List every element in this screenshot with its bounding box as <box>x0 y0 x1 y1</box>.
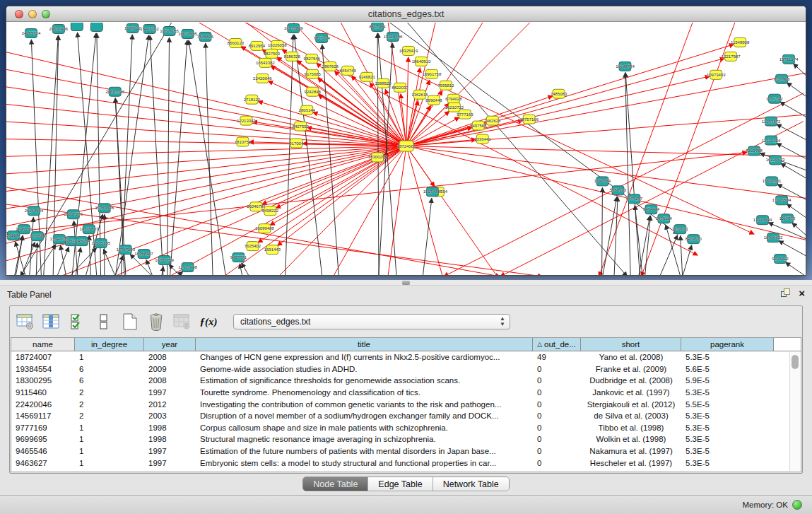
table-row[interactable]: 946554611997Estimation of the future num… <box>11 445 801 457</box>
cell-year[interactable]: 1998 <box>144 422 196 434</box>
network-node[interactable]: 9498222 <box>262 206 279 216</box>
network-edge[interactable] <box>500 122 804 275</box>
cell-year[interactable]: 1997 <box>144 387 196 399</box>
table-settings-icon[interactable] <box>16 312 35 332</box>
cell-out_degree[interactable]: 0 <box>533 387 581 399</box>
network-node[interactable]: 9777169 <box>457 110 473 119</box>
column-header-pagerank[interactable]: pagerank <box>681 338 774 351</box>
cell-out_degree[interactable]: 0 <box>533 410 581 422</box>
tab-edge-table[interactable]: Edge Table <box>368 477 433 491</box>
network-node[interactable]: 15751074 <box>779 54 799 64</box>
network-node[interactable]: 9242848 <box>305 87 322 96</box>
network-node[interactable]: 20691406 <box>49 24 69 33</box>
cell-name[interactable]: 9115460 <box>11 387 75 399</box>
network-node[interactable]: 391544 <box>6 231 21 240</box>
network-node[interactable]: 1640954 <box>594 177 611 186</box>
cell-pagerank[interactable]: 5.9E-5 <box>681 375 774 387</box>
network-edge[interactable] <box>406 146 806 199</box>
network-node[interactable] <box>90 23 102 31</box>
network-node[interactable]: 10946422 <box>764 233 783 243</box>
network-node[interactable]: 7462620 <box>484 116 501 125</box>
cell-name[interactable]: 9463627 <box>11 457 75 469</box>
network-node[interactable]: 2935114 <box>656 214 672 223</box>
cell-title[interactable]: Structural magnetic resonance image aver… <box>196 433 533 445</box>
network-node[interactable]: 8427552 <box>293 122 310 131</box>
network-node[interactable]: 18325419 <box>399 46 418 55</box>
network-edge[interactable] <box>36 243 37 275</box>
cell-title[interactable]: Tourette syndrome. Phenomenology and cla… <box>196 387 533 399</box>
network-node[interactable]: 26160504 <box>25 206 44 216</box>
cell-short[interactable]: Jankovic et al. (1997) <box>581 387 681 399</box>
panel-divider[interactable] <box>0 280 812 286</box>
network-edge[interactable] <box>30 245 56 275</box>
network-node[interactable]: 12213343 <box>237 116 256 125</box>
network-node[interactable]: 17957253 <box>116 245 135 255</box>
network-node[interactable]: 1527602 <box>124 23 141 33</box>
cell-pagerank[interactable]: 5.6E-5 <box>681 363 774 375</box>
network-node[interactable]: 1691443 <box>264 245 281 255</box>
network-node[interactable]: 12217987 <box>722 52 741 61</box>
network-node[interactable] <box>71 23 83 30</box>
delete-icon[interactable] <box>146 312 166 332</box>
network-node[interactable]: 8822037 <box>392 83 408 92</box>
cell-title[interactable]: Corpus callosum shape and size in male p… <box>196 422 533 434</box>
network-edge[interactable] <box>6 146 406 245</box>
table-row[interactable]: 911546021997Tourette syndrome. Phenomeno… <box>11 387 801 399</box>
network-node[interactable]: 9175685 <box>305 69 322 78</box>
cell-pagerank[interactable]: 5.3E-5 <box>681 422 774 434</box>
cell-out_degree[interactable]: 49 <box>533 351 581 363</box>
cell-title[interactable]: Embryonic stem cells: a model to study s… <box>196 457 533 469</box>
cell-out_degree[interactable]: 0 <box>533 445 581 457</box>
table-row[interactable]: 969969511998Structural magnetic resonanc… <box>11 433 801 445</box>
column-header-year[interactable]: year <box>144 338 196 351</box>
network-node[interactable]: 7515526 <box>197 32 214 41</box>
select-columns-icon[interactable] <box>42 312 61 332</box>
cell-short[interactable]: de Silva et al. (2003) <box>581 410 681 422</box>
network-edge[interactable] <box>114 35 149 275</box>
network-node[interactable]: 2867608 <box>322 62 339 71</box>
cell-in_degree[interactable]: 1 <box>75 422 144 434</box>
cell-short[interactable]: Tibbo et al. (1998) <box>581 422 681 434</box>
cell-short[interactable]: Wolkin et al. (1998) <box>581 433 681 445</box>
cell-name[interactable]: 18724007 <box>11 351 75 363</box>
network-edge[interactable] <box>602 187 603 275</box>
network-edge[interactable] <box>681 235 683 275</box>
cell-short[interactable]: Hescheler et al. (1997) <box>581 457 681 469</box>
network-node[interactable]: 1167533 <box>779 214 796 223</box>
network-node[interactable]: 19466162 <box>140 24 159 33</box>
network-node[interactable]: 16671585 <box>178 29 197 38</box>
cell-title[interactable]: Estimation of significance thresholds fo… <box>196 375 533 387</box>
network-node[interactable]: 1588520 <box>375 78 392 88</box>
network-node[interactable]: 5958923 <box>610 186 627 195</box>
cell-year[interactable]: 1997 <box>144 445 196 457</box>
table-row[interactable]: 1938455462009Genome-wide association stu… <box>11 363 801 375</box>
tab-network-table[interactable]: Network Table <box>433 477 509 491</box>
cell-out_degree[interactable]: 0 <box>533 433 581 445</box>
cell-year[interactable]: 2008 <box>144 375 196 387</box>
network-edge[interactable] <box>206 43 213 275</box>
cell-out_degree[interactable]: 0 <box>533 363 581 375</box>
cell-out_degree[interactable]: 0 <box>533 422 581 434</box>
network-edge[interactable] <box>787 83 806 100</box>
cell-in_degree[interactable]: 6 <box>75 363 144 375</box>
network-edge[interactable] <box>406 121 523 146</box>
network-node[interactable]: 8215958 <box>746 146 763 156</box>
table-row[interactable]: 946362711997Embryonic stem cells: a mode… <box>11 457 801 469</box>
network-node[interactable]: 8186328 <box>284 52 301 61</box>
cell-pagerank[interactable]: 5.3E-5 <box>681 387 774 399</box>
network-node[interactable]: 24055724 <box>22 28 41 37</box>
cell-pagerank[interactable]: 5.3E-5 <box>681 410 774 422</box>
network-edge[interactable] <box>16 242 28 275</box>
cell-name[interactable]: 9777169 <box>11 422 75 434</box>
close-panel-button[interactable]: × <box>799 288 805 299</box>
table-row[interactable]: 1456911722003Disruption of a novel membe… <box>11 410 801 422</box>
cell-name[interactable]: 9699695 <box>11 433 75 445</box>
network-node[interactable]: 18640910 <box>412 57 431 66</box>
scrollbar-thumb[interactable] <box>792 355 799 369</box>
column-header-title[interactable]: title <box>196 338 533 351</box>
network-edge[interactable] <box>60 245 67 275</box>
cell-title[interactable]: Genome-wide association studies in ADHD. <box>196 363 533 375</box>
create-column-icon[interactable] <box>120 312 140 332</box>
network-node[interactable]: 9827546 <box>304 54 321 63</box>
table-row[interactable]: 2242004622012Investigating the contribut… <box>11 398 801 410</box>
